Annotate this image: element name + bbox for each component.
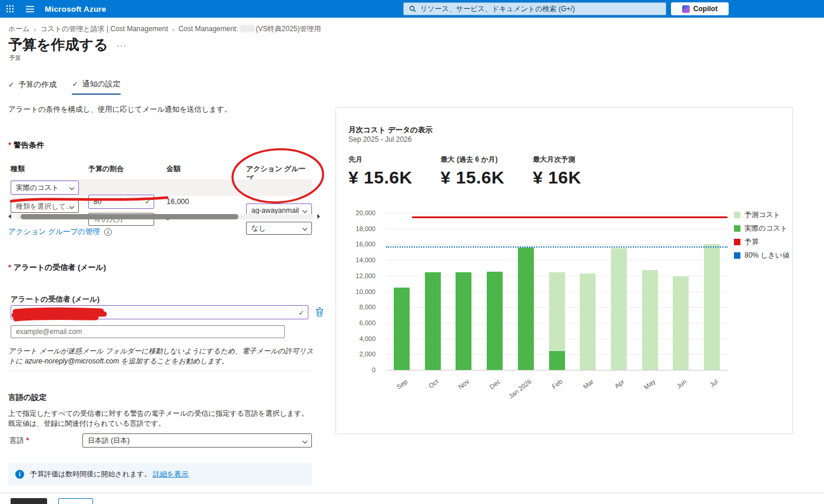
info-icon: i <box>104 228 112 236</box>
actual-segment <box>425 272 441 370</box>
breadcrumb-home[interactable]: ホーム <box>8 24 30 34</box>
y-tick-label: 10,000 <box>355 288 376 295</box>
breadcrumb-current[interactable]: Cost Management:(VS特典2025)管理用 <box>178 24 321 34</box>
chevron-down-icon <box>69 185 74 190</box>
breadcrumb-cost-management[interactable]: コストの管理と請求 | Cost Management <box>40 24 168 34</box>
language-description: 上で指定したすべての受信者に対する警告の電子メールの受信に指定する言語を選択しま… <box>8 409 314 429</box>
forecast-segment <box>642 270 658 370</box>
forecast-segment <box>549 272 565 351</box>
recipients-field-label: アラートの受信者 (メール) <box>11 295 99 305</box>
step-set-alerts[interactable]: ✓ 通知の設定 <box>72 79 120 95</box>
forecast-segment <box>611 248 627 370</box>
create-button[interactable] <box>11 498 47 504</box>
waffle-grid-icon <box>6 5 14 12</box>
stat-label: 最大 (過去 6 か月) <box>441 155 505 165</box>
y-tick-label: 16,000 <box>355 241 376 248</box>
step-label: 予算の作成 <box>18 79 57 90</box>
legend-label: 予測コスト <box>745 210 780 220</box>
scroll-left-icon[interactable] <box>8 214 11 219</box>
x-tick-label: Nov <box>457 378 471 390</box>
bar-dec <box>479 213 510 370</box>
type-select-value: 実際のコスト <box>16 183 59 193</box>
language-select-value: 日本語 (日本) <box>88 436 129 446</box>
x-tick-label: Jan 2026 <box>507 378 533 399</box>
y-tick-label: 20,000 <box>355 209 376 216</box>
monthly-cost-preview-card: 月次コスト データの表示 Sep 2025 - Jul 2026 先月 ¥ 15… <box>335 107 793 434</box>
bar-sep <box>386 213 417 370</box>
x-tick-label: Jul <box>708 378 719 388</box>
x-tick-label: Apr <box>613 378 626 389</box>
search-placeholder-text: リソース、サービス、ドキュメントの検索 (G+/) <box>420 4 575 14</box>
alert-row-2: 種類を選択して… - なし <box>11 199 312 213</box>
email-recipient-input[interactable]: ✓ <box>11 305 308 319</box>
bar-nov <box>448 213 479 370</box>
legend-item: 80% しきい値 <box>734 251 789 261</box>
scrollbar-thumb[interactable] <box>21 214 238 219</box>
legend-item: 実際のコスト <box>734 223 789 233</box>
intro-text: アラートの条件を構成し、使用に応じてメール通知を送信します。 <box>8 105 231 115</box>
chart-legend: 予測コスト実際のコスト予算80% しきい値 <box>734 210 789 264</box>
horizontal-scrollbar[interactable] <box>8 213 320 220</box>
page-title: 予算を作成する <box>8 35 108 54</box>
page-subtitle: 予算 <box>9 54 21 62</box>
step-create-budget[interactable]: ✓ 予算の作成 <box>8 79 57 95</box>
stat-label: 先月 <box>348 155 413 165</box>
type-select-placeholder: 種類を選択して… <box>16 202 73 212</box>
more-options-icon[interactable]: ··· <box>117 40 127 50</box>
x-tick-label: Feb <box>550 378 563 390</box>
bar-mar <box>572 213 603 370</box>
delete-recipient-icon[interactable] <box>315 307 324 319</box>
actual-segment <box>487 272 503 370</box>
info-banner: i 予算評価は数時間後に開始されます。詳細を表示 <box>8 463 312 485</box>
copilot-icon <box>682 5 690 13</box>
azure-brand-title: Microsoft Azure <box>45 5 107 14</box>
x-tick-label: Sep <box>395 378 408 390</box>
app-launcher-icon[interactable] <box>0 0 20 18</box>
hamburger-lines-icon <box>26 6 34 12</box>
email-add-input[interactable] <box>11 325 285 338</box>
scrollbar-track[interactable] <box>15 214 314 219</box>
legend-label: 80% しきい値 <box>745 251 789 261</box>
hamburger-menu-icon[interactable] <box>20 0 40 18</box>
action-group-select-empty[interactable]: なし <box>246 222 312 235</box>
scroll-right-icon[interactable] <box>317 214 320 219</box>
required-asterisk: * <box>26 436 29 445</box>
y-tick-label: 0 <box>372 366 376 373</box>
breadcrumb-current-suffix: (VS特典2025)管理用 <box>256 25 321 33</box>
required-asterisk: * <box>8 141 11 149</box>
bar-may <box>634 213 666 370</box>
copilot-label: Copilot <box>693 5 717 13</box>
type-select-empty[interactable]: 種類を選択して… <box>11 200 79 213</box>
search-icon <box>409 5 416 12</box>
bar-jan-2026 <box>510 213 541 370</box>
show-details-link[interactable]: 詳細を表示 <box>153 470 188 478</box>
previous-button[interactable] <box>58 498 93 504</box>
legend-label: 実際のコスト <box>745 223 788 233</box>
breadcrumb-separator: › <box>34 26 36 33</box>
global-search-input[interactable]: リソース、サービス、ドキュメントの検索 (G+/) <box>403 2 666 15</box>
actual-segment <box>518 248 534 370</box>
manage-action-groups-label: アクション グループの管理 <box>8 227 100 237</box>
x-tick-label: Dec <box>488 378 501 390</box>
type-select[interactable]: 実際のコスト <box>11 181 79 195</box>
chart-plot <box>386 213 727 370</box>
bar-jul <box>696 213 727 370</box>
x-tick-label: Oct <box>427 378 440 389</box>
required-asterisk: * <box>8 263 11 272</box>
actual-segment <box>549 351 565 370</box>
y-tick-label: 6,000 <box>359 319 376 326</box>
chart-x-labels: SepOctNovDecJan 2026FebMarAprMayJunJul <box>386 372 727 408</box>
bar-apr <box>603 213 634 370</box>
manage-action-groups-link[interactable]: アクション グループの管理 i <box>8 227 112 237</box>
chart-subtitle: Sep 2025 - Jul 2026 <box>348 135 411 143</box>
forecast-segment <box>580 273 596 370</box>
copilot-button[interactable]: Copilot <box>671 2 729 15</box>
x-tick-label: May <box>643 378 657 390</box>
valid-check-icon: ✓ <box>298 309 304 317</box>
wizard-steps: ✓ 予算の作成 ✓ 通知の設定 <box>8 79 121 95</box>
y-tick-label: 18,000 <box>355 225 376 232</box>
breadcrumb-current-prefix: Cost Management: <box>178 25 238 33</box>
step-check-icon: ✓ <box>8 81 14 89</box>
language-select[interactable]: 日本語 (日本) <box>82 433 312 448</box>
alert-row-1: 実際のコスト ✓ 16,000 ag-awayanmail <box>11 179 312 196</box>
